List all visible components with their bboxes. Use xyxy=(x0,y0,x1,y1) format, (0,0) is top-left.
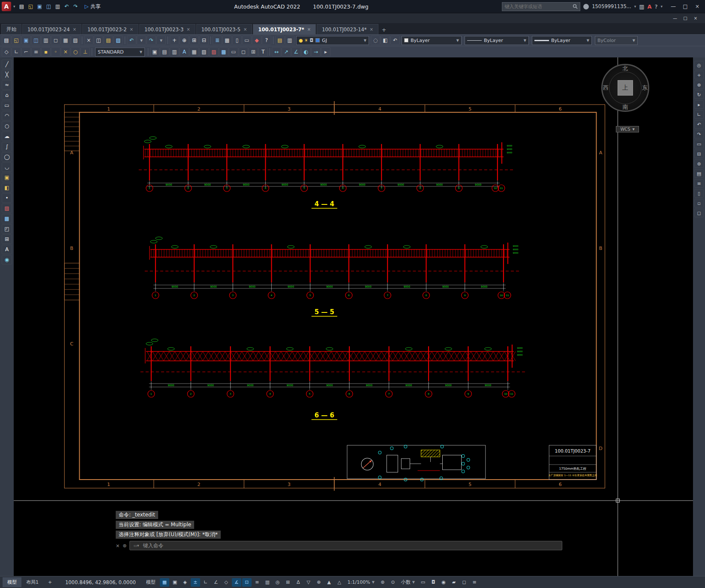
help-icon[interactable]: ? xyxy=(262,36,271,45)
customize-icon[interactable]: ≡ xyxy=(470,578,479,587)
add-selected-icon[interactable]: ◉ xyxy=(2,255,12,264)
insert-block-icon[interactable]: ▣ xyxy=(2,173,12,182)
dynamic-input-icon[interactable]: ± xyxy=(191,578,200,587)
isolate-objects-icon[interactable]: ◉ xyxy=(439,578,448,587)
cart-icon[interactable]: ▥ xyxy=(639,3,644,10)
osnap-settings-icon[interactable]: ◇ xyxy=(2,47,11,57)
pan-icon[interactable]: + xyxy=(694,71,704,79)
help-icon[interactable]: ? xyxy=(655,3,658,10)
qnew-icon[interactable]: ▤ xyxy=(18,2,26,11)
window-close-button[interactable]: × xyxy=(691,1,703,12)
cut-icon[interactable]: × xyxy=(84,36,93,45)
open-icon[interactable]: ◱ xyxy=(12,36,21,45)
viewcube-east-label[interactable]: 东 xyxy=(642,84,648,92)
ellipse-arc-icon[interactable]: ◡ xyxy=(2,162,12,172)
revision-cloud-icon[interactable]: ☁ xyxy=(2,132,12,141)
attach-image-icon[interactable]: ▧ xyxy=(199,47,209,57)
dynamic-ucs-icon[interactable]: ∆ xyxy=(294,578,303,587)
clean-screen-icon[interactable]: ◻ xyxy=(694,209,704,217)
lineweight-combo[interactable]: ByLayer ▼ xyxy=(532,36,592,45)
osnap-midpoint-icon[interactable]: ◦ xyxy=(51,47,60,57)
gradient-icon[interactable]: ▩ xyxy=(219,47,228,57)
layer-panel-icon[interactable]: ▤ xyxy=(694,169,704,178)
annotation-autoscale-icon[interactable]: △ xyxy=(335,578,344,587)
search-input[interactable] xyxy=(504,4,571,9)
publish-icon[interactable]: ▦ xyxy=(61,36,70,45)
object-snap-tracking-icon[interactable]: ∡ xyxy=(232,578,241,587)
tab-close-icon[interactable]: × xyxy=(370,27,373,32)
layer-previous-icon[interactable]: ↶ xyxy=(390,36,400,45)
annotation-scale-button[interactable]: 1:1/100%▼ xyxy=(345,579,377,585)
construction-line-icon[interactable]: ╳ xyxy=(2,70,12,79)
clean-screen-icon[interactable]: ◻ xyxy=(459,578,469,587)
graphics-performance-icon[interactable]: ▰ xyxy=(449,578,459,587)
layer-on-bulb-icon[interactable]: ● xyxy=(299,38,303,43)
viewcube[interactable]: 上 北 南 西 东 xyxy=(601,64,649,112)
autocad-logo[interactable]: A xyxy=(2,2,11,11)
file-tab[interactable]: 100.01TJ0023-24× xyxy=(22,24,81,34)
layout-tab-模型[interactable]: 模型 xyxy=(3,577,21,587)
pan-icon[interactable]: + xyxy=(170,36,179,45)
undo-icon[interactable]: ↶ xyxy=(63,2,71,11)
view-previous-icon[interactable]: ↶ xyxy=(694,120,704,129)
insert-block-icon[interactable]: ▤ xyxy=(160,47,169,57)
autodesk-app-icon[interactable]: A xyxy=(648,3,652,10)
osnap-perpendicular-icon[interactable]: ⊥ xyxy=(81,47,90,57)
region-icon[interactable]: ◰ xyxy=(2,224,12,234)
file-tab[interactable]: 100.01TJ0023-7*× xyxy=(253,24,316,34)
etransmit-icon[interactable]: ▧ xyxy=(71,36,80,45)
object-snap-icon[interactable]: ⊡ xyxy=(242,578,252,587)
polyline-icon[interactable]: ≈ xyxy=(2,80,12,90)
properties-panel-icon[interactable]: ≡ xyxy=(694,179,704,188)
gizmo-icon[interactable]: ⊕ xyxy=(314,578,324,587)
palette-icon[interactable]: ▯ xyxy=(694,189,704,198)
viewcube-south-label[interactable]: 南 xyxy=(623,103,628,111)
define-attribute-icon[interactable]: A xyxy=(180,47,189,57)
redo-icon[interactable]: ↷ xyxy=(72,2,80,11)
polygon-icon[interactable]: ⌂ xyxy=(2,90,12,100)
app-menu-caret-icon[interactable]: ▾ xyxy=(13,4,15,9)
help-caret-icon[interactable]: ▾ xyxy=(660,4,663,9)
selection-cycling-icon[interactable]: ◎ xyxy=(273,578,282,587)
make-object-layer-current-icon[interactable]: ◧ xyxy=(381,36,390,45)
plot-icon[interactable]: ▥ xyxy=(54,2,62,11)
viewcube-north-label[interactable]: 北 xyxy=(623,65,628,72)
spline-icon[interactable]: ∫ xyxy=(2,142,12,151)
save-all-icon[interactable]: ◫ xyxy=(31,36,41,45)
ucs-icon-icon[interactable]: ∟ xyxy=(694,110,704,119)
snap-mode-icon[interactable]: ▣ xyxy=(170,578,180,587)
layer-thaw-sun-icon[interactable]: ☀ xyxy=(304,38,309,43)
layer-properties-icon[interactable]: ▤ xyxy=(275,36,285,45)
full-navigation-wheel-icon[interactable]: ◎ xyxy=(694,61,704,69)
text-style-caret-icon[interactable]: ▼ xyxy=(137,50,142,54)
dim-linear-icon[interactable]: ↔ xyxy=(272,47,281,57)
region-icon[interactable]: ◻ xyxy=(239,47,248,57)
color-combo[interactable]: ByLayer ▼ xyxy=(402,36,462,45)
designcenter-icon[interactable]: ▩ xyxy=(222,36,232,45)
hatch-icon[interactable]: ▨ xyxy=(2,204,12,213)
ortho-mode-icon[interactable]: ∟ xyxy=(201,578,210,587)
attach-xref-icon[interactable]: ▦ xyxy=(189,47,199,57)
osnap-intersection-icon[interactable]: × xyxy=(61,47,70,57)
undo-list-icon[interactable]: ▾ xyxy=(137,36,146,45)
markup-icon[interactable]: ◆ xyxy=(252,36,261,45)
save-icon[interactable]: ▣ xyxy=(36,2,44,11)
user-avatar-icon[interactable] xyxy=(583,4,589,9)
user-menu-caret-icon[interactable]: ▾ xyxy=(634,4,636,9)
properties-icon[interactable]: ≣ xyxy=(213,36,222,45)
wcs-dropdown[interactable]: WCS ▼ xyxy=(616,126,639,132)
multiline-text-icon[interactable]: T xyxy=(258,47,268,57)
linetype-combo[interactable]: ByLayer ▼ xyxy=(465,36,529,45)
transparency-icon[interactable]: ▥ xyxy=(263,578,272,587)
open-icon[interactable]: ◱ xyxy=(27,2,35,11)
dim-angular-icon[interactable]: ∠ xyxy=(291,47,301,57)
lineweight-combo-caret-icon[interactable]: ▼ xyxy=(584,39,589,42)
lineweight-display-icon[interactable]: ≡ xyxy=(252,578,262,587)
command-customize-icon[interactable]: ⊛ xyxy=(123,543,126,549)
lock-ui-icon[interactable]: ◘ xyxy=(429,578,438,587)
temporary-track-point-icon[interactable]: ∟ xyxy=(12,47,21,57)
redo-icon[interactable]: ↷ xyxy=(147,36,156,45)
viewcube-top-face[interactable]: 上 xyxy=(618,80,633,96)
file-tab[interactable]: 100.01TJ0023-3× xyxy=(139,24,195,34)
measure-icon[interactable]: ⊟ xyxy=(694,150,704,158)
